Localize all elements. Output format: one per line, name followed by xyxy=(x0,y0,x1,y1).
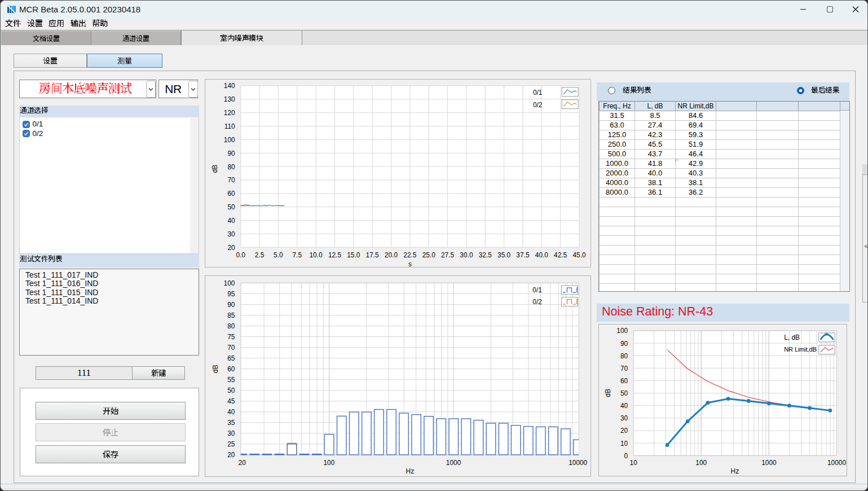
svg-text:110: 110 xyxy=(224,122,235,130)
svg-text:37.5: 37.5 xyxy=(516,251,530,259)
svg-text:20.0: 20.0 xyxy=(385,251,398,259)
svg-text:35: 35 xyxy=(227,419,235,427)
svg-text:25: 25 xyxy=(227,440,235,448)
svg-text:1000: 1000 xyxy=(761,459,777,467)
svg-text:10000: 10000 xyxy=(569,459,587,467)
svg-text:40.0: 40.0 xyxy=(535,251,549,259)
svg-text:Hz: Hz xyxy=(406,467,415,475)
svg-text:60: 60 xyxy=(227,190,235,198)
svg-text:1000: 1000 xyxy=(446,459,461,467)
svg-text:0.0: 0.0 xyxy=(236,251,245,259)
svg-text:0: 0 xyxy=(624,452,628,460)
svg-text:10: 10 xyxy=(630,459,638,467)
svg-text:90: 90 xyxy=(227,301,235,309)
svg-text:80: 80 xyxy=(227,322,235,330)
svg-text:50: 50 xyxy=(227,203,235,211)
svg-text:100: 100 xyxy=(695,459,707,467)
svg-text:35.0: 35.0 xyxy=(497,251,511,259)
svg-text:70: 70 xyxy=(620,365,628,372)
svg-text:30: 30 xyxy=(227,429,235,437)
svg-text:10: 10 xyxy=(620,440,628,448)
svg-text:32.5: 32.5 xyxy=(479,251,492,259)
svg-text:100: 100 xyxy=(224,279,235,287)
svg-text:Hz: Hz xyxy=(731,467,739,475)
svg-text:50: 50 xyxy=(620,389,628,397)
svg-text:17.5: 17.5 xyxy=(366,251,380,259)
svg-text:55: 55 xyxy=(227,376,235,384)
svg-text:120: 120 xyxy=(224,109,235,117)
svg-text:65: 65 xyxy=(227,354,235,362)
svg-text:20: 20 xyxy=(227,451,235,459)
svg-text:27.5: 27.5 xyxy=(441,251,455,259)
svg-text:75: 75 xyxy=(227,333,235,341)
svg-text:140: 140 xyxy=(224,82,235,90)
svg-text:25.0: 25.0 xyxy=(422,251,436,259)
svg-text:2.5: 2.5 xyxy=(255,251,265,259)
svg-text:0/2: 0/2 xyxy=(533,101,543,109)
svg-text:100: 100 xyxy=(224,136,235,144)
svg-text:20: 20 xyxy=(239,459,246,467)
svg-text:5.0: 5.0 xyxy=(274,251,283,259)
svg-text:90: 90 xyxy=(227,150,235,157)
svg-text:70: 70 xyxy=(227,176,235,184)
svg-text:100: 100 xyxy=(324,459,335,467)
svg-text:45: 45 xyxy=(227,397,235,405)
svg-text:40: 40 xyxy=(620,402,628,410)
svg-text:80: 80 xyxy=(227,163,235,171)
svg-text:0/2: 0/2 xyxy=(532,298,542,306)
svg-text:60: 60 xyxy=(227,365,235,373)
svg-text:12.5: 12.5 xyxy=(328,251,342,259)
svg-text:42.5: 42.5 xyxy=(554,251,567,259)
svg-text:7.5: 7.5 xyxy=(292,251,302,259)
svg-text:90: 90 xyxy=(620,340,628,348)
svg-text:70: 70 xyxy=(227,344,235,352)
svg-text:40: 40 xyxy=(227,217,235,225)
svg-text:30.0: 30.0 xyxy=(460,251,473,259)
svg-text:0/1: 0/1 xyxy=(533,89,543,97)
svg-text:10.0: 10.0 xyxy=(309,251,323,259)
svg-text:dB: dB xyxy=(212,365,219,373)
svg-text:45.0: 45.0 xyxy=(572,251,586,259)
svg-text:10000: 10000 xyxy=(827,459,846,467)
svg-text:80: 80 xyxy=(620,352,628,360)
svg-text:60: 60 xyxy=(620,377,628,385)
svg-text:22.5: 22.5 xyxy=(403,251,417,259)
svg-text:NR Limit,dB: NR Limit,dB xyxy=(784,346,817,353)
svg-text:20: 20 xyxy=(227,244,235,252)
svg-text:95: 95 xyxy=(227,290,235,298)
svg-text:85: 85 xyxy=(227,312,235,319)
svg-text:dB: dB xyxy=(604,389,612,397)
svg-text:30: 30 xyxy=(620,414,628,422)
svg-text:s: s xyxy=(408,260,412,268)
svg-text:100: 100 xyxy=(616,327,628,335)
svg-text:30: 30 xyxy=(227,230,235,238)
svg-text:0/1: 0/1 xyxy=(532,286,542,294)
svg-text:130: 130 xyxy=(224,95,235,103)
svg-text:50: 50 xyxy=(227,387,235,394)
svg-text:dB: dB xyxy=(211,165,219,173)
svg-text:15.0: 15.0 xyxy=(347,251,360,259)
svg-text:L, dB: L, dB xyxy=(784,334,800,341)
svg-text:20: 20 xyxy=(620,427,628,435)
svg-text:40: 40 xyxy=(227,408,235,416)
